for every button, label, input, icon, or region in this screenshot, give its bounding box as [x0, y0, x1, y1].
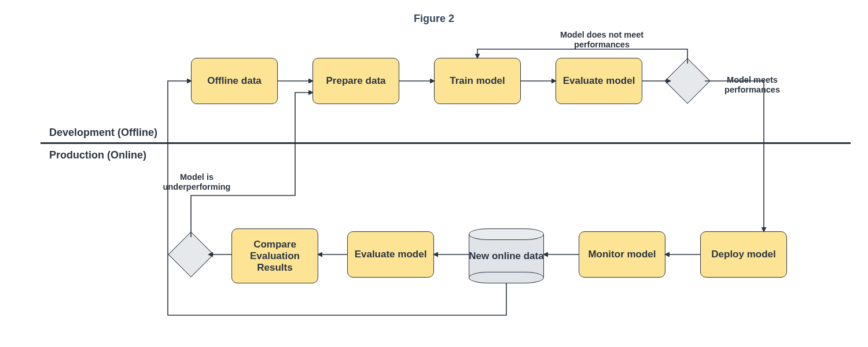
ml-lifecycle-diagram: Figure 2 Development (Offline) Productio…	[0, 0, 868, 347]
edge-label-underperforming: Model is underperforming	[156, 172, 237, 191]
node-new-online-data: New online data	[469, 228, 544, 283]
edge-label-not-meet: Model does not meet performances	[538, 30, 665, 49]
arrow-newdata-to-offline	[168, 81, 506, 315]
decision-dev	[664, 58, 710, 104]
edge-label-meets: Model meets performances	[715, 75, 790, 94]
arrow-meets-to-deploy	[705, 81, 764, 231]
node-offline-data: Offline data	[191, 58, 278, 104]
section-divider	[41, 142, 851, 144]
figure-title: Figure 2	[0, 13, 868, 25]
node-deploy-model: Deploy model	[700, 231, 787, 278]
section-label-prod: Production (Online)	[49, 149, 146, 161]
node-train-model: Train model	[434, 58, 521, 104]
section-label-dev: Development (Offline)	[49, 127, 157, 139]
arrow-layer	[0, 0, 868, 347]
node-evaluate-model-dev: Evaluate model	[556, 58, 642, 104]
node-new-online-data-label: New online data	[469, 250, 543, 262]
node-prepare-data: Prepare data	[312, 58, 399, 104]
node-monitor-model: Monitor model	[579, 231, 665, 278]
node-evaluate-model-prod: Evaluate model	[347, 231, 434, 278]
decision-prod	[168, 231, 214, 277]
node-compare-results: Compare Evaluation Results	[231, 228, 318, 283]
arrow-underperforming-to-prepare	[191, 93, 312, 237]
